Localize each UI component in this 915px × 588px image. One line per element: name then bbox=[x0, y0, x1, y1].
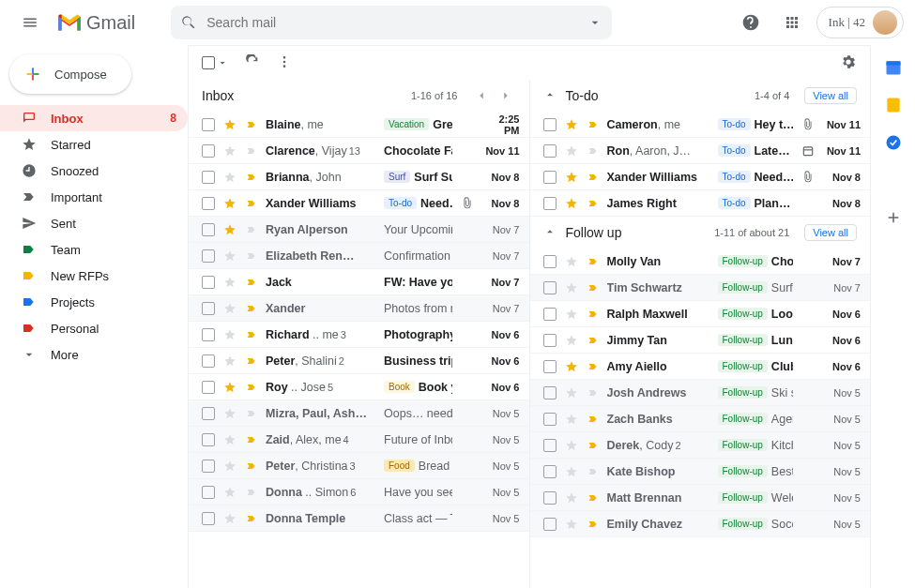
row-checkbox[interactable] bbox=[202, 433, 215, 446]
star-icon[interactable] bbox=[564, 255, 579, 268]
important-icon[interactable] bbox=[587, 414, 600, 425]
row-checkbox[interactable] bbox=[202, 302, 215, 315]
mail-row[interactable]: Peter, Shalini2Business trip — H…Nov 6 bbox=[189, 348, 529, 374]
compose-button[interactable]: Compose bbox=[9, 54, 131, 94]
mail-row[interactable]: Tim SchwartzFollow-upSurf S…Nov 7 bbox=[530, 275, 871, 301]
important-icon[interactable] bbox=[245, 355, 258, 367]
important-icon[interactable] bbox=[587, 387, 600, 399]
star-icon[interactable] bbox=[564, 118, 579, 131]
row-checkbox[interactable] bbox=[543, 308, 557, 321]
account-chip[interactable]: Ink | 42 bbox=[816, 7, 904, 38]
calendar-icon[interactable] bbox=[884, 58, 903, 77]
important-icon[interactable] bbox=[245, 434, 258, 445]
mail-row[interactable]: Xander WilliamsTo-doNeed…Nov 8 bbox=[189, 190, 529, 217]
chevron-down-icon[interactable] bbox=[217, 57, 228, 68]
important-icon[interactable] bbox=[587, 519, 600, 530]
important-icon[interactable] bbox=[245, 250, 258, 262]
row-checkbox[interactable] bbox=[543, 518, 557, 531]
star-icon[interactable] bbox=[222, 276, 237, 289]
mail-row[interactable]: Donna TempleClass act — Tom…Nov 5 bbox=[189, 505, 529, 532]
mail-row[interactable]: Molly VanFollow-upChoco…Nov 7 bbox=[530, 249, 871, 275]
important-icon[interactable] bbox=[587, 466, 600, 477]
important-icon[interactable] bbox=[245, 119, 258, 130]
mail-row[interactable]: Jimmy TanFollow-upLunch…Nov 6 bbox=[530, 327, 871, 354]
important-icon[interactable] bbox=[245, 224, 258, 235]
row-checkbox[interactable] bbox=[202, 407, 215, 420]
star-icon[interactable] bbox=[222, 302, 237, 315]
star-icon[interactable] bbox=[564, 144, 579, 158]
row-checkbox[interactable] bbox=[543, 491, 557, 505]
select-all-checkbox[interactable] bbox=[202, 56, 228, 69]
prev-page-icon[interactable] bbox=[471, 85, 492, 106]
mail-row[interactable]: Elizabeth Ren…Confirmation for…Nov 7 bbox=[189, 243, 529, 269]
tasks-icon[interactable] bbox=[884, 133, 903, 152]
important-icon[interactable] bbox=[245, 198, 258, 209]
more-icon[interactable] bbox=[277, 54, 292, 72]
important-icon[interactable] bbox=[587, 119, 600, 130]
sidebar-item-sent[interactable]: Sent bbox=[0, 210, 188, 236]
star-icon[interactable] bbox=[564, 518, 579, 531]
row-checkbox[interactable] bbox=[543, 171, 557, 184]
row-checkbox[interactable] bbox=[543, 360, 557, 373]
keep-icon[interactable] bbox=[884, 96, 903, 114]
mail-row[interactable]: XanderPhotos from my r…Nov 7 bbox=[189, 295, 529, 322]
hamburger-icon[interactable] bbox=[11, 4, 49, 41]
mail-row[interactable]: Ralph MaxwellFollow-upLooki…Nov 6 bbox=[530, 301, 871, 327]
star-icon[interactable] bbox=[222, 354, 237, 368]
star-icon[interactable] bbox=[222, 171, 237, 184]
mail-row[interactable]: Blaine, meVacationGreece…2:25 PM bbox=[189, 112, 529, 138]
row-checkbox[interactable] bbox=[202, 249, 215, 263]
row-checkbox[interactable] bbox=[202, 460, 215, 473]
star-icon[interactable] bbox=[222, 512, 237, 525]
important-icon[interactable] bbox=[587, 492, 600, 504]
star-icon[interactable] bbox=[564, 308, 579, 321]
search-input[interactable] bbox=[206, 15, 578, 30]
mail-row[interactable]: Xander WilliamsTo-doNeed…Nov 8 bbox=[530, 164, 871, 190]
collapse-icon[interactable] bbox=[543, 225, 558, 241]
mail-row[interactable]: Donna .. Simon6Have you seen th…Nov 5 bbox=[189, 479, 529, 505]
star-icon[interactable] bbox=[222, 381, 237, 394]
row-checkbox[interactable] bbox=[202, 223, 215, 236]
logo[interactable]: Gmail bbox=[56, 12, 135, 34]
next-page-icon[interactable] bbox=[496, 85, 516, 106]
star-icon[interactable] bbox=[564, 491, 579, 505]
sidebar-item-personal[interactable]: Personal bbox=[0, 315, 188, 341]
row-checkbox[interactable] bbox=[543, 281, 557, 294]
view-all-button[interactable]: View all bbox=[804, 87, 857, 104]
star-icon[interactable] bbox=[222, 328, 237, 341]
help-icon[interactable] bbox=[734, 6, 768, 39]
row-checkbox[interactable] bbox=[543, 439, 557, 452]
important-icon[interactable] bbox=[587, 361, 600, 372]
mail-row[interactable]: Peter, Christina3FoodBread and…Nov 5 bbox=[189, 453, 529, 479]
view-all-button[interactable]: View all bbox=[804, 224, 857, 241]
sidebar-item-more[interactable]: More bbox=[0, 341, 188, 368]
important-icon[interactable] bbox=[587, 440, 600, 451]
star-icon[interactable] bbox=[222, 486, 237, 499]
mail-row[interactable]: Ryan AlpersonYour Upcoming R…Nov 7 bbox=[189, 217, 529, 243]
sidebar-item-snoozed[interactable]: Snoozed bbox=[0, 158, 188, 184]
star-icon[interactable] bbox=[564, 197, 579, 210]
star-icon[interactable] bbox=[564, 439, 579, 452]
row-checkbox[interactable] bbox=[543, 334, 557, 347]
sidebar-item-projects[interactable]: Projects bbox=[0, 289, 188, 315]
star-icon[interactable] bbox=[222, 407, 237, 420]
row-checkbox[interactable] bbox=[202, 197, 215, 210]
star-icon[interactable] bbox=[564, 334, 579, 347]
star-icon[interactable] bbox=[564, 171, 579, 184]
important-icon[interactable] bbox=[587, 309, 600, 320]
star-icon[interactable] bbox=[222, 460, 237, 473]
important-icon[interactable] bbox=[587, 256, 600, 267]
important-icon[interactable] bbox=[245, 145, 258, 157]
sidebar-item-important[interactable]: Important bbox=[0, 184, 188, 210]
important-icon[interactable] bbox=[587, 335, 600, 346]
search-bar[interactable] bbox=[171, 6, 612, 39]
row-checkbox[interactable] bbox=[543, 413, 557, 426]
row-checkbox[interactable] bbox=[202, 512, 215, 525]
row-checkbox[interactable] bbox=[202, 171, 215, 184]
row-checkbox[interactable] bbox=[543, 465, 557, 478]
mail-row[interactable]: Brianna, JohnSurfSurf Sunda…Nov 8 bbox=[189, 164, 529, 190]
row-checkbox[interactable] bbox=[543, 255, 557, 268]
row-checkbox[interactable] bbox=[202, 276, 215, 289]
row-checkbox[interactable] bbox=[202, 486, 215, 499]
star-icon[interactable] bbox=[222, 118, 237, 131]
